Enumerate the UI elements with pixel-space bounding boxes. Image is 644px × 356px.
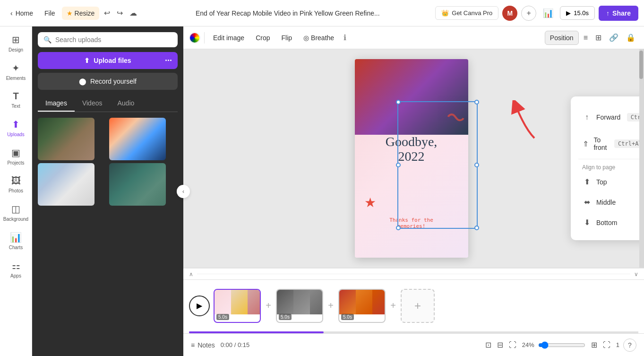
- timeline-clip-3[interactable]: 5.0s: [338, 289, 386, 323]
- home-button[interactable]: ‹ Home: [6, 7, 38, 20]
- upload-label: Upload files: [94, 57, 131, 64]
- lock-icon[interactable]: 🔒: [623, 30, 638, 45]
- upload-icon: ⬆: [84, 57, 90, 64]
- forward-button[interactable]: ↑ Forward Ctrl+]: [578, 111, 639, 123]
- notes-button[interactable]: ≡ Notes: [191, 341, 215, 349]
- sidebar-item-projects[interactable]: ▣ Projects: [2, 143, 30, 170]
- timeline-clips: 5.0s + 5.0s +: [214, 289, 638, 323]
- undo-redo-group: ↩ ↪ ☁: [101, 6, 140, 20]
- align-top-label: Top: [596, 178, 607, 186]
- align-bottom-button[interactable]: ⬇ Bottom: [578, 216, 639, 229]
- crop-button[interactable]: Crop: [251, 31, 275, 44]
- breathe-label: Breathe: [311, 34, 334, 42]
- color-swatch[interactable]: [189, 32, 200, 43]
- photos-icon: 🖼: [11, 175, 21, 186]
- add-clip-between-1-2[interactable]: +: [261, 300, 276, 311]
- timeline-expand-button[interactable]: ∨: [634, 271, 638, 278]
- share-button[interactable]: ↑ Share: [599, 6, 638, 21]
- chevron-left-icon: ‹: [10, 9, 13, 17]
- timeline-clip-1[interactable]: 5.0s: [214, 289, 261, 323]
- timeline-progress-bar[interactable]: [189, 331, 638, 333]
- timeline-clip-2[interactable]: 5.0s: [276, 289, 323, 323]
- actual-size-button[interactable]: ⊟: [495, 339, 505, 351]
- zoom-controls: ⊡ ⊟ ⛶ 24% ⊞ ⛶ 1 ?: [483, 339, 636, 352]
- upload-files-button[interactable]: ⬆ Upload files ···: [38, 52, 178, 69]
- add-clip-button[interactable]: +: [401, 289, 435, 323]
- file-button[interactable]: File: [40, 7, 60, 20]
- sidebar-item-apps[interactable]: ⚏ Apps: [2, 256, 30, 283]
- avatar-letter: M: [507, 9, 513, 17]
- canvas-content[interactable]: Goodbye,2022 ★ Thanks for thememories! ～: [183, 49, 639, 268]
- cloud-save-button[interactable]: ☁: [127, 6, 140, 20]
- align-bottom-icon: ⬇: [582, 218, 592, 227]
- flip-button[interactable]: Flip: [277, 31, 297, 44]
- clip-frame: [293, 290, 310, 314]
- avatar[interactable]: M: [502, 6, 517, 21]
- grid-view-button[interactable]: ⊞: [589, 339, 599, 351]
- uploads-icon: ⬆: [12, 119, 20, 130]
- analytics-button[interactable]: 📊: [540, 5, 556, 21]
- clip-duration: 5.0s: [279, 314, 292, 320]
- sidebar-item-design[interactable]: ⊞ Design: [2, 30, 30, 57]
- record-button[interactable]: ⬤ Record yourself: [38, 73, 178, 90]
- timeline-collapse-button[interactable]: ∧: [189, 271, 193, 278]
- crown-icon: 👑: [441, 9, 449, 17]
- position-button[interactable]: Position: [545, 31, 579, 45]
- sidebar-item-elements-label: Elements: [6, 76, 26, 81]
- edit-image-button[interactable]: Edit image: [208, 31, 249, 44]
- panel-collapse-button[interactable]: ‹: [177, 185, 190, 198]
- list-item[interactable]: [38, 163, 94, 206]
- search-input[interactable]: [55, 36, 172, 43]
- sidebar-item-projects-label: Projects: [7, 160, 24, 166]
- design-star-1: ★: [364, 195, 376, 210]
- arrange-icon[interactable]: ≡: [581, 31, 591, 45]
- red-arrow-annotation: [506, 100, 539, 145]
- breathe-icon: ◎: [303, 34, 309, 42]
- info-button[interactable]: ℹ: [341, 30, 349, 45]
- help-button[interactable]: ?: [623, 339, 636, 352]
- topbar-center: End of Year Recap Mobile Video in Pink Y…: [144, 9, 431, 17]
- redo-button[interactable]: ↪: [114, 6, 126, 20]
- star-icon: ★: [67, 9, 73, 17]
- edit-image-label: Edit image: [213, 34, 244, 42]
- tab-videos[interactable]: Videos: [75, 96, 110, 112]
- breathe-button[interactable]: ◎ Breathe: [299, 31, 339, 44]
- fullscreen-button[interactable]: ⛶: [507, 339, 518, 351]
- apps-icon: ⚏: [12, 260, 20, 271]
- sidebar-item-elements[interactable]: ✦ Elements: [2, 59, 30, 85]
- undo-button[interactable]: ↩: [101, 6, 113, 20]
- play-button[interactable]: ▶: [189, 295, 210, 316]
- add-user-button[interactable]: +: [521, 6, 536, 21]
- more-options-icon[interactable]: ···: [165, 56, 172, 66]
- zoom-slider[interactable]: [538, 341, 585, 349]
- expand-view-button[interactable]: ⛶: [601, 339, 612, 351]
- grid-icon[interactable]: ⊞: [592, 30, 604, 45]
- canvas-scrollbar[interactable]: [639, 49, 644, 268]
- preview-button[interactable]: ▶ 15.0s: [560, 6, 595, 20]
- sidebar-item-text[interactable]: T Text: [2, 87, 30, 113]
- align-middle-button[interactable]: ⬌ Middle: [578, 196, 639, 208]
- to-front-button[interactable]: ⇑ To front Ctrl+Alt+]: [578, 134, 639, 153]
- list-item[interactable]: [109, 163, 166, 206]
- sidebar-item-uploads[interactable]: ⬆ Uploads: [2, 115, 30, 141]
- align-top-button[interactable]: ⬆ Top: [578, 175, 639, 188]
- sidebar-item-background[interactable]: ◫ Background: [2, 200, 30, 226]
- view-extra-buttons: ⊞ ⛶: [589, 339, 612, 351]
- canva-pro-button[interactable]: 👑 Get Canva Pro: [435, 6, 498, 20]
- add-clip-between-2-3[interactable]: +: [323, 300, 338, 311]
- clip-duration: 5.0s: [216, 314, 229, 320]
- resize-button[interactable]: ★ Resize: [62, 7, 100, 20]
- tab-images[interactable]: Images: [38, 96, 75, 112]
- link-icon[interactable]: 🔗: [606, 30, 621, 45]
- list-item[interactable]: [38, 118, 94, 160]
- add-clip-after-3[interactable]: +: [386, 300, 401, 311]
- sidebar-item-charts[interactable]: 📊 Charts: [2, 228, 30, 254]
- sidebar-item-uploads-label: Uploads: [7, 132, 25, 138]
- align-to-page-label: Align to page: [578, 161, 639, 172]
- clip-thumbs: [277, 290, 322, 314]
- tab-audio[interactable]: Audio: [110, 96, 142, 112]
- fit-to-screen-button[interactable]: ⊡: [483, 339, 493, 351]
- sidebar-item-photos[interactable]: 🖼 Photos: [2, 172, 30, 198]
- scrollbar-thumb[interactable]: [639, 51, 643, 79]
- list-item[interactable]: [109, 118, 166, 160]
